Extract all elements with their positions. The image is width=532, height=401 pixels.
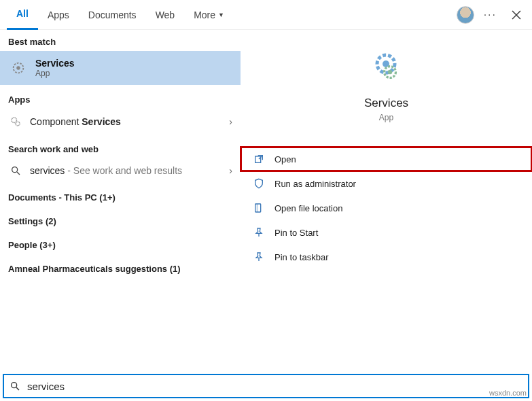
filter-tabs: All Apps Documents Web More ▼ ··· xyxy=(0,0,532,30)
search-box[interactable] xyxy=(3,374,529,398)
action-pin-start-label: Pin to Start xyxy=(274,228,318,238)
result-web-search[interactable]: services - See work and web results › xyxy=(0,158,241,183)
best-match-title: Services xyxy=(35,58,75,69)
component-services-icon xyxy=(8,116,23,128)
preview-app-icon xyxy=(368,50,405,87)
preview-panel: Services App Open Run as administrator xyxy=(241,30,532,370)
search-icon xyxy=(10,381,20,391)
svg-point-9 xyxy=(387,70,392,75)
svg-rect-10 xyxy=(255,156,261,162)
search-icon xyxy=(8,165,23,176)
svg-line-5 xyxy=(17,172,20,175)
web-suffix: - See work and web results xyxy=(65,165,182,176)
result-text-bold: Services xyxy=(82,116,121,127)
svg-line-14 xyxy=(16,387,19,390)
web-query: services xyxy=(30,165,65,176)
preview-subtitle: App xyxy=(379,113,393,122)
tab-web[interactable]: Web xyxy=(146,0,185,30)
close-button[interactable] xyxy=(508,6,525,24)
action-run-admin[interactable]: Run as administrator xyxy=(241,171,532,196)
result-component-services[interactable]: Component Services › xyxy=(0,109,241,135)
svg-point-13 xyxy=(12,383,17,388)
svg-point-4 xyxy=(12,167,18,173)
action-open-location[interactable]: Open file location xyxy=(241,196,532,220)
chevron-right-icon: › xyxy=(229,165,232,176)
services-icon xyxy=(8,58,29,78)
action-run-admin-label: Run as administrator xyxy=(274,179,356,189)
search-input[interactable] xyxy=(27,381,522,392)
tab-more-label: More xyxy=(194,10,215,20)
close-icon xyxy=(512,10,521,20)
section-documents[interactable]: Documents - This PC (1+) xyxy=(0,183,241,207)
section-people[interactable]: People (3+) xyxy=(0,230,241,254)
pin-icon xyxy=(251,251,266,262)
open-icon xyxy=(251,154,266,164)
action-open-location-label: Open file location xyxy=(274,203,342,213)
svg-rect-11 xyxy=(255,204,261,212)
action-pin-taskbar[interactable]: Pin to taskbar xyxy=(241,245,532,269)
tab-documents[interactable]: Documents xyxy=(79,0,146,30)
action-open[interactable]: Open xyxy=(241,147,532,171)
results-panel: Best match Services App Apps Component S… xyxy=(0,30,241,370)
shield-icon xyxy=(251,178,266,189)
section-amneal[interactable]: Amneal Pharmaceuticals suggestions (1) xyxy=(0,254,241,278)
action-pin-start[interactable]: Pin to Start xyxy=(241,220,532,245)
section-settings[interactable]: Settings (2) xyxy=(0,207,241,230)
section-best-match: Best match xyxy=(0,30,241,51)
chevron-down-icon: ▼ xyxy=(218,12,224,18)
svg-point-1 xyxy=(16,66,20,70)
best-match-subtitle: App xyxy=(35,69,75,78)
attribution-text: wsxdn.com xyxy=(488,389,528,397)
more-options-button[interactable]: ··· xyxy=(484,9,497,21)
chevron-right-icon: › xyxy=(229,116,232,127)
action-pin-taskbar-label: Pin to taskbar xyxy=(274,252,329,262)
action-list: Open Run as administrator Open file loca… xyxy=(241,147,532,269)
svg-point-3 xyxy=(16,122,20,126)
best-match-result[interactable]: Services App xyxy=(0,51,241,85)
folder-icon xyxy=(251,203,266,213)
tab-all[interactable]: All xyxy=(7,0,38,30)
result-text-pre: Component xyxy=(30,116,82,127)
preview-title: Services xyxy=(364,97,408,110)
section-apps: Apps xyxy=(0,85,241,109)
pin-icon xyxy=(251,227,266,238)
tab-apps[interactable]: Apps xyxy=(38,0,79,30)
section-search-web: Search work and web xyxy=(0,135,241,158)
tab-more[interactable]: More ▼ xyxy=(184,0,234,30)
user-avatar[interactable] xyxy=(457,6,474,24)
action-open-label: Open xyxy=(274,154,296,164)
